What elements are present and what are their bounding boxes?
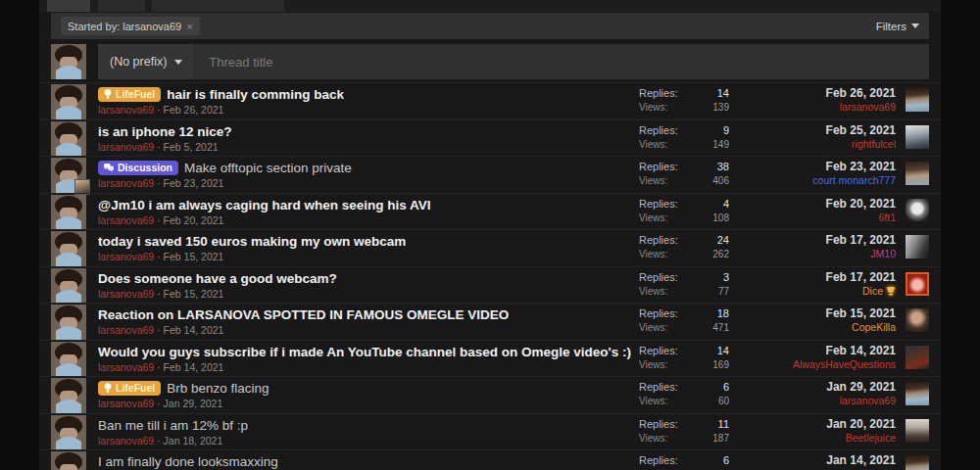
last-post-user-link[interactable]: CopeKilla xyxy=(729,321,896,333)
current-user-avatar[interactable] xyxy=(51,44,86,79)
thread-starter-avatar[interactable] xyxy=(51,268,86,304)
thread-author-link[interactable]: larsanova69 xyxy=(98,288,154,300)
thread-title-link[interactable]: Does someone have a good webcam? xyxy=(98,271,337,286)
thread-starter-avatar[interactable] xyxy=(51,451,86,470)
thread-row: I am finally done looksmaxxing · Replies… xyxy=(39,449,941,470)
thread-starter-avatar[interactable] xyxy=(51,195,86,230)
thread-stats: Replies: 9 Views: 149 xyxy=(639,120,729,157)
thread-main: Does someone have a good webcam? larsano… xyxy=(98,267,639,304)
last-post-user-link[interactable]: AlwaysHaveQuestions xyxy=(729,358,896,370)
thread-prefix-badge[interactable]: Discussion xyxy=(98,161,178,175)
last-post-user-link[interactable]: JM10 xyxy=(729,248,896,259)
thread-starter-avatar[interactable] xyxy=(51,84,86,119)
byline-separator: · xyxy=(157,398,161,409)
filters-button[interactable]: Filters xyxy=(876,21,919,32)
thread-stats: Replies: 4 Views: 108 xyxy=(639,194,729,230)
last-post-user-avatar[interactable] xyxy=(906,125,929,149)
last-post-user-avatar[interactable] xyxy=(906,199,929,222)
last-post-user-link[interactable]: Beetlejuice xyxy=(729,432,896,444)
thread-title-link[interactable]: Would you guys subscribe if i made An Yo… xyxy=(98,345,631,359)
thread-author-link[interactable]: larsanova69 xyxy=(98,104,154,116)
thread-author-link[interactable]: larsanova69 xyxy=(98,398,154,409)
thread-starter-avatar[interactable] xyxy=(51,415,86,450)
thread-title-link[interactable]: @Jm10 i am always caging hard when seein… xyxy=(98,198,431,212)
last-post-user-avatar[interactable] xyxy=(906,235,929,258)
remove-filter-icon[interactable]: × xyxy=(186,21,192,32)
thread-row: LifeFuel hair is finally comming back la… xyxy=(39,82,941,119)
last-post-info: Feb 15, 2021 CopeKilla xyxy=(729,304,896,340)
thread-starter-avatar[interactable] xyxy=(51,121,86,157)
filter-chip-label: Started by: larsanova69 xyxy=(68,21,181,32)
thread-prefix-badge[interactable]: LifeFuel xyxy=(98,87,161,102)
last-post-user-link[interactable]: 6ft1 xyxy=(729,212,896,223)
thread-author-link[interactable]: larsanova69 xyxy=(98,251,154,262)
thread-start-date: Feb 14, 2021 xyxy=(164,361,224,373)
views-count: 262 xyxy=(712,249,729,259)
thread-author-link[interactable]: larsanova69 xyxy=(98,324,154,336)
thread-title-link[interactable]: is an iphone 12 nice? xyxy=(98,124,232,139)
last-post-user-avatar[interactable] xyxy=(906,162,929,185)
last-post-user-avatar[interactable] xyxy=(906,308,929,332)
quick-thread-composer: (No prefix) xyxy=(51,44,929,79)
thread-main: I am finally done looksmaxxing · xyxy=(98,450,639,470)
byline-separator: · xyxy=(157,214,161,226)
thread-start-date: Feb 26, 2021 xyxy=(164,104,224,116)
byline-separator: · xyxy=(157,361,161,373)
last-post-user-link[interactable]: rightfulcel xyxy=(729,138,896,150)
thread-start-date: Feb 15, 2021 xyxy=(164,288,224,300)
last-post-user-avatar[interactable] xyxy=(906,382,929,405)
last-post-username: larsanova69 xyxy=(840,395,896,406)
thread-title-link[interactable]: Reaction on LARSANOVA SPOTTED IN FAMOUS … xyxy=(98,307,509,322)
last-post-user-link[interactable]: larsanova69 xyxy=(729,101,896,113)
user-avatar-image xyxy=(51,378,86,413)
thread-prefix-badge[interactable]: LifeFuel xyxy=(98,381,161,396)
last-post-user-avatar[interactable] xyxy=(906,419,929,443)
thread-title-link[interactable]: today i saved 150 euros making my own we… xyxy=(98,234,406,249)
thread-title-link[interactable]: hair is finally comming back xyxy=(167,87,344,102)
thread-byline: larsanova69 · Jan 29, 2021 xyxy=(98,398,639,409)
thread-starter-avatar[interactable] xyxy=(51,231,86,266)
prefix-select-label: (No prefix) xyxy=(110,55,167,69)
last-post-user-avatar[interactable] xyxy=(906,272,929,296)
prefix-label: Discussion xyxy=(118,161,172,175)
thread-starter-avatar[interactable] xyxy=(51,158,86,193)
views-label: Views: xyxy=(639,139,667,150)
chat-icon xyxy=(104,164,114,172)
last-post-user-avatar[interactable] xyxy=(906,88,929,112)
user-avatar-image xyxy=(51,84,86,119)
thread-title-link[interactable]: Ban me till i am 12% bf :p xyxy=(98,418,248,433)
thread-starter-avatar[interactable] xyxy=(51,305,86,340)
thread-byline: larsanova69 · Jan 18, 2021 xyxy=(98,435,639,446)
thread-start-date: Jan 29, 2021 xyxy=(164,398,223,409)
thread-byline: larsanova69 · Feb 14, 2021 xyxy=(98,361,639,373)
replies-label: Replies: xyxy=(639,234,678,246)
last-post-user-avatar[interactable] xyxy=(906,455,929,470)
thread-starter-avatar[interactable] xyxy=(51,378,86,413)
thread-stats: Replies: 38 Views: 406 xyxy=(639,157,729,193)
thread-start-date: Feb 15, 2021 xyxy=(164,251,224,262)
thread-author-link[interactable]: larsanova69 xyxy=(98,361,154,373)
filter-chip-started-by[interactable]: Started by: larsanova69 × xyxy=(61,17,200,35)
last-post-info: Jan 29, 2021 larsanova69 xyxy=(729,377,896,413)
thread-title-input[interactable] xyxy=(195,44,929,79)
thread-byline: larsanova69 · Feb 15, 2021 xyxy=(98,288,639,300)
byline-separator: · xyxy=(157,324,161,336)
last-post-user-link[interactable]: Dice xyxy=(729,285,896,297)
thread-title-link[interactable]: Brb benzo flacing xyxy=(167,381,269,396)
prefix-label: LifeFuel xyxy=(116,87,155,102)
thread-row: is an iphone 12 nice? larsanova69 · Feb … xyxy=(39,119,941,157)
last-post-username: Dice xyxy=(862,285,883,297)
thread-title-link[interactable]: Make offtopic section private xyxy=(184,161,352,175)
prefix-select[interactable]: (No prefix) xyxy=(98,44,195,79)
thread-author-link[interactable]: larsanova69 xyxy=(98,141,154,153)
thread-title-link[interactable]: I am finally done looksmaxxing xyxy=(98,454,278,469)
thread-row: Discussion Make offtopic section private… xyxy=(39,156,941,193)
thread-author-link[interactable]: larsanova69 xyxy=(98,435,154,446)
last-post-date: Feb 17, 2021 xyxy=(729,270,896,284)
thread-author-link[interactable]: larsanova69 xyxy=(98,214,154,226)
last-post-user-link[interactable]: court monarch777 xyxy=(729,174,896,186)
thread-starter-avatar[interactable] xyxy=(51,342,86,377)
last-post-user-avatar[interactable] xyxy=(906,346,929,369)
last-post-user-link[interactable]: larsanova69 xyxy=(729,395,896,406)
thread-author-link[interactable]: larsanova69 xyxy=(98,177,154,189)
